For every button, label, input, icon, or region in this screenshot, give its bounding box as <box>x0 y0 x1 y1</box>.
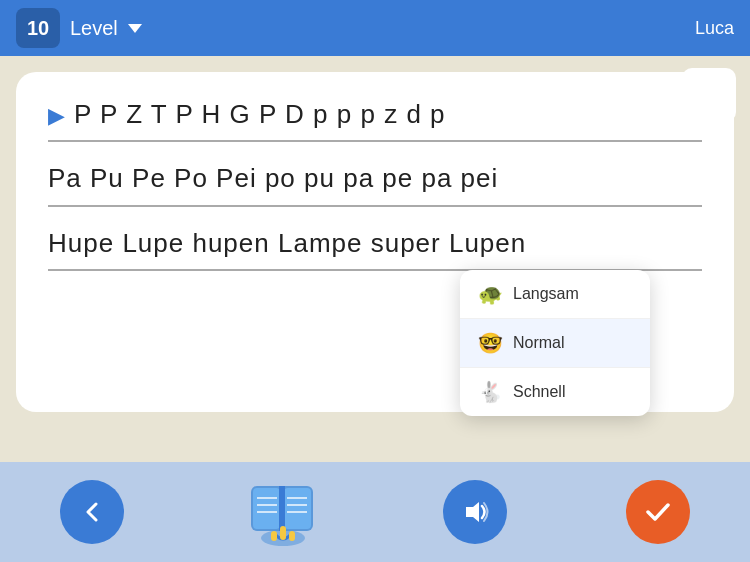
normal-label: Normal <box>513 334 565 352</box>
speed-fast-item[interactable]: 🐇 Schnell <box>460 368 650 416</box>
fast-label: Schnell <box>513 383 565 401</box>
svg-rect-21 <box>289 531 295 541</box>
level-badge: 10 <box>16 8 60 48</box>
check-button[interactable] <box>626 480 690 544</box>
bottom-bar <box>0 462 750 562</box>
svg-rect-10 <box>284 488 311 529</box>
line2-text: Pa Pu Pe Po Pei po pu pa pe pa pei <box>48 160 702 196</box>
chevron-down-icon <box>128 24 142 33</box>
level-text: Level <box>70 17 118 40</box>
header: 10 Level Luca <box>0 0 750 56</box>
check-icon <box>643 497 673 527</box>
normal-icon: 🤓 <box>478 331 503 355</box>
svg-marker-22 <box>466 502 479 522</box>
svg-rect-9 <box>253 488 280 529</box>
book-icon <box>243 476 323 548</box>
text-line-3: Hupe Lupe hupen Lampe super Lupen <box>48 225 702 271</box>
level-label[interactable]: Level <box>70 17 142 40</box>
speed-dropdown: 🐢 Langsam 🤓 Normal 🐇 Schnell <box>460 270 650 416</box>
sound-icon <box>461 498 489 526</box>
fast-icon: 🐇 <box>478 380 503 404</box>
speed-slow-item[interactable]: 🐢 Langsam <box>460 270 650 319</box>
speed-normal-item[interactable]: 🤓 Normal <box>460 319 650 368</box>
book-button[interactable] <box>243 476 323 548</box>
text-line-2: Pa Pu Pe Po Pei po pu pa pe pa pei <box>48 160 702 206</box>
svg-rect-20 <box>271 531 277 541</box>
line3-text: Hupe Lupe hupen Lampe super Lupen <box>48 225 702 261</box>
user-name: Luca <box>695 18 734 39</box>
line1-text: P P Z T P H G P D p p p z d p <box>74 96 702 132</box>
svg-rect-11 <box>279 486 285 531</box>
back-button[interactable] <box>60 480 124 544</box>
back-icon <box>80 500 104 524</box>
arrow-marker: ▶ <box>48 101 66 132</box>
slow-icon: 🐢 <box>478 282 503 306</box>
text-line-1: ▶ P P Z T P H G P D p p p z d p <box>48 96 702 142</box>
sound-button[interactable] <box>443 480 507 544</box>
slow-label: Langsam <box>513 285 579 303</box>
svg-rect-19 <box>280 526 286 540</box>
